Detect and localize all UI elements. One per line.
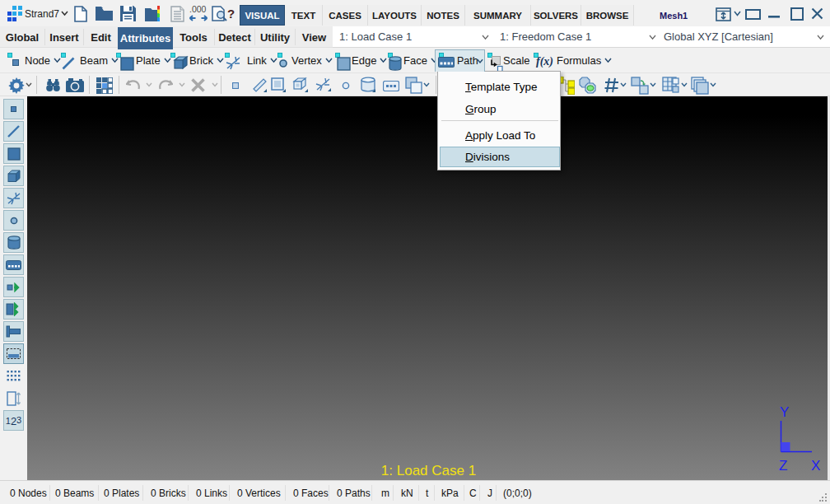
- svg-text:Z: Z: [779, 458, 787, 474]
- svg-text:X: X: [811, 458, 820, 474]
- svg-text:Y: Y: [780, 404, 789, 420]
- svg-text:.000: .000: [189, 4, 207, 14]
